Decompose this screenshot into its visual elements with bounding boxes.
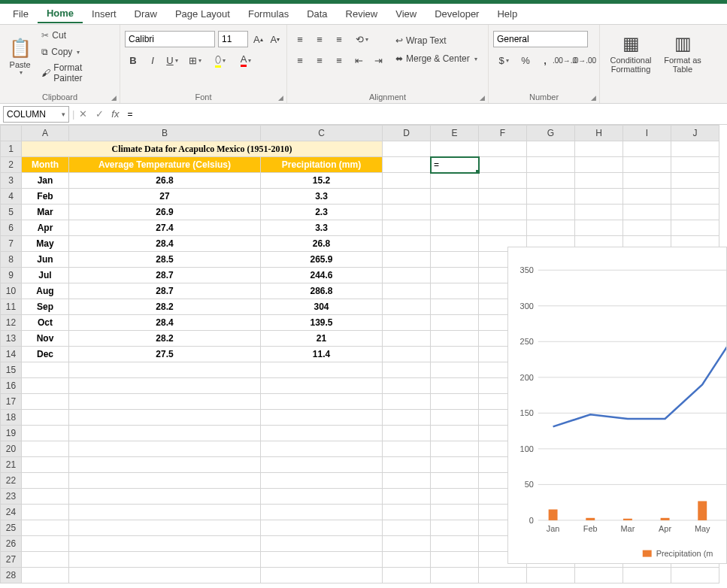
cell-month[interactable]: Feb [22,189,69,205]
col-header[interactable]: H [575,126,623,141]
cell-precip[interactable]: 139.5 [261,315,383,331]
decrease-font-button[interactable]: A▾ [268,31,283,47]
col-header[interactable]: D [383,126,431,141]
cell[interactable] [383,473,431,489]
cell[interactable] [479,141,527,157]
row-header[interactable]: 10 [1,283,22,299]
cell[interactable] [383,505,431,520]
underline-button[interactable]: U▾ [164,52,180,68]
row-header[interactable]: 14 [1,347,22,362]
cell[interactable] [383,378,431,394]
cell-month[interactable]: Mar [22,205,69,220]
formula-input[interactable] [123,106,727,123]
cell[interactable] [383,189,431,205]
row-header[interactable]: 22 [1,473,22,489]
cell-precip[interactable]: 21 [261,331,383,347]
cell[interactable] [261,536,383,552]
cell-month[interactable]: Dec [22,347,69,362]
cell[interactable] [431,410,479,426]
cell[interactable] [22,362,69,378]
cell[interactable] [69,552,261,568]
align-right-button[interactable]: ≡ [331,52,347,68]
cell[interactable] [69,505,261,520]
row-header[interactable]: 17 [1,394,22,410]
paste-button[interactable]: 📋 Paste ▾ [5,31,35,82]
copy-button[interactable]: ⧉ Copy ▾ [38,44,115,59]
borders-button[interactable]: ⊞▾ [183,52,206,68]
format-as-table-button[interactable]: ▥ Format as Table [660,28,705,79]
tab-formulas[interactable]: Formulas [239,5,298,23]
cell[interactable] [479,157,527,173]
cell-precip[interactable]: 15.2 [261,173,383,189]
cell[interactable] [261,457,383,473]
row-header[interactable]: 25 [1,520,22,536]
cell[interactable] [623,568,671,583]
cell[interactable] [383,552,431,568]
cell[interactable] [383,441,431,457]
cell[interactable] [69,378,261,394]
cell[interactable] [261,426,383,441]
header-precip[interactable]: Precipitation (mm) [261,157,383,173]
number-format-select[interactable] [493,31,588,47]
cell[interactable] [69,410,261,426]
row-header[interactable]: 4 [1,189,22,205]
cell-precip[interactable]: 286.8 [261,283,383,299]
cell[interactable] [383,331,431,347]
font-color-button[interactable]: A▾ [235,52,257,68]
row-header[interactable]: 16 [1,378,22,394]
comma-style-button[interactable]: , [537,52,553,68]
conditional-formatting-button[interactable]: ▦ Conditional Formatting [604,28,657,79]
align-middle-button[interactable]: ≡ [311,31,328,47]
cell[interactable] [261,552,383,568]
enter-formula-button[interactable]: ✓ [91,108,108,120]
align-bottom-button[interactable]: ≡ [331,31,347,47]
row-header[interactable]: 6 [1,220,22,236]
cell[interactable] [623,205,671,220]
cell[interactable] [383,426,431,441]
header-temp[interactable]: Average Temperature (Celsius) [69,157,261,173]
col-header[interactable]: E [431,126,479,141]
cell[interactable] [22,378,69,394]
cell-precip[interactable]: 2.3 [261,205,383,220]
row-header[interactable]: 23 [1,489,22,505]
cell-precip[interactable]: 26.8 [261,236,383,252]
header-month[interactable]: Month [22,157,69,173]
row-header[interactable]: 24 [1,505,22,520]
cell[interactable] [22,520,69,536]
cell[interactable] [431,426,479,441]
cell[interactable] [623,173,671,189]
cell[interactable] [575,141,623,157]
cell[interactable] [383,347,431,362]
cell[interactable] [431,141,479,157]
cell[interactable] [431,457,479,473]
col-header[interactable]: C [261,126,383,141]
cell[interactable] [383,205,431,220]
cell[interactable] [431,315,479,331]
cell[interactable] [69,489,261,505]
cell[interactable] [22,505,69,520]
cell[interactable] [623,189,671,205]
cell-month[interactable]: Sep [22,299,69,315]
cell-month[interactable]: Jul [22,268,69,283]
cell[interactable] [383,283,431,299]
cell[interactable] [479,220,527,236]
cell-temp[interactable]: 28.4 [69,315,261,331]
cell[interactable] [383,173,431,189]
cell[interactable] [431,283,479,299]
cell[interactable] [69,536,261,552]
cell[interactable] [623,220,671,236]
cell[interactable] [383,299,431,315]
font-size-select[interactable] [218,31,248,47]
cell[interactable] [431,441,479,457]
cell[interactable] [69,568,261,583]
increase-font-button[interactable]: A▴ [251,31,265,47]
cell-temp[interactable]: 26.9 [69,205,261,220]
cell[interactable] [261,505,383,520]
cell[interactable] [527,173,575,189]
col-header[interactable]: F [479,126,527,141]
cell[interactable] [527,157,575,173]
decrease-decimal-button[interactable]: .0→.00 [576,52,592,68]
row-header[interactable]: 2 [1,157,22,173]
cell[interactable] [383,236,431,252]
cell[interactable] [22,457,69,473]
